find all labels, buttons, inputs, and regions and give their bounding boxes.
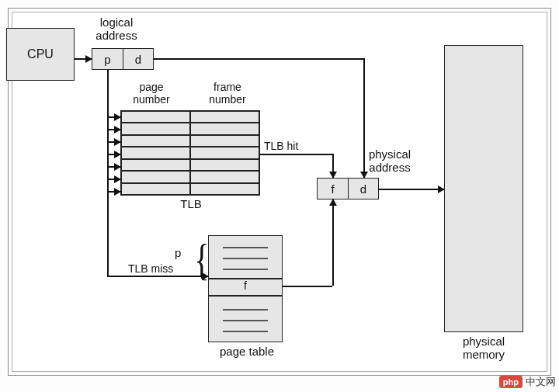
arrow-tlb-in-3	[107, 141, 120, 143]
arrow-tlb-in-4	[107, 154, 120, 155]
arrow-pt-f-v	[332, 199, 334, 286]
page-table: f	[208, 235, 283, 342]
arrow-d-down	[363, 58, 365, 178]
logical-address-p: p	[92, 48, 123, 70]
watermark-text: 中文网	[526, 375, 556, 389]
watermark-badge: php	[499, 376, 523, 388]
tlb-miss-label: TLB miss	[128, 262, 173, 275]
arrow-p-down	[107, 70, 109, 276]
logical-address-title: logical address	[85, 16, 148, 43]
page-table-caption: page table	[210, 345, 284, 358]
arrow-tlbhit-h	[260, 154, 332, 155]
tlb-caption: TLB	[172, 197, 210, 210]
tlb-hit-label: TLB hit	[264, 140, 298, 152]
arrow-tlbmiss-h	[107, 276, 208, 277]
physical-address-f: f	[317, 178, 348, 199]
arrow-physaddr-to-mem	[379, 189, 444, 190]
tlb-page-header: page number	[116, 81, 186, 106]
arrow-d-top-h	[154, 58, 363, 60]
arrow-tlb-in-6	[107, 179, 120, 180]
physical-memory-box	[444, 45, 523, 332]
physical-address-d: d	[348, 178, 379, 199]
physical-memory-caption: physical memory	[444, 335, 523, 362]
cpu-label: CPU	[27, 47, 54, 61]
page-table-f-entry: f	[209, 279, 282, 292]
tlb-table	[120, 110, 260, 196]
tlb-frame-header: frame number	[193, 81, 262, 106]
arrow-tlb-in-5	[107, 166, 120, 168]
arrow-tlb-in-2	[107, 129, 120, 130]
arrow-tlbhit-v	[332, 154, 334, 178]
logical-address-d: d	[123, 48, 154, 70]
physical-address-title: physical address	[359, 147, 421, 175]
arrow-tlb-in-1	[107, 116, 120, 118]
watermark: php 中文网	[499, 375, 556, 389]
arrow-pt-f-h	[283, 286, 332, 287]
cpu-box: CPU	[6, 28, 75, 81]
logical-address-register: pd	[92, 48, 154, 70]
page-table-p-label: p	[175, 246, 181, 259]
physical-address-register: fd	[317, 178, 379, 199]
arrow-tlb-in-7	[107, 191, 120, 193]
arrow-cpu-to-p	[75, 58, 92, 60]
